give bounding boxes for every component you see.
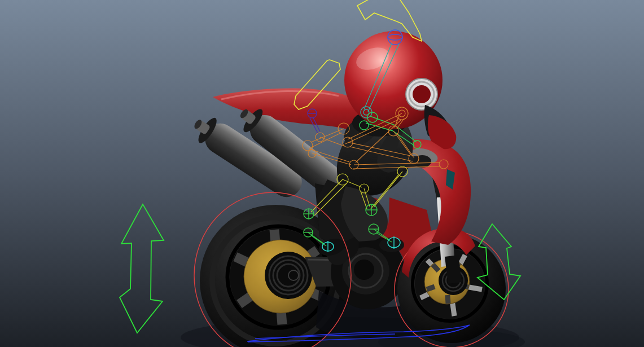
rider-near-boot[interactable] bbox=[379, 238, 404, 252]
rider-glove[interactable] bbox=[413, 155, 431, 168]
viewport-canvas[interactable] bbox=[0, 0, 644, 347]
engine-case-inner bbox=[354, 260, 374, 280]
3d-viewport[interactable] bbox=[0, 0, 644, 347]
helmet-ear-center bbox=[413, 85, 431, 103]
